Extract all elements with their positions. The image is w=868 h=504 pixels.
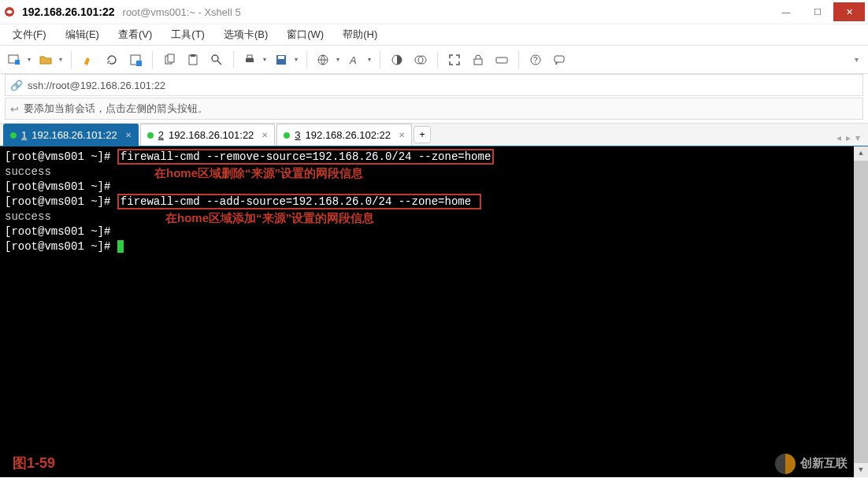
- svg-rect-21: [496, 57, 507, 63]
- tab-number: 1: [21, 129, 27, 141]
- tab-navigation: ◂ ▸ ▾: [836, 132, 865, 143]
- copy-button[interactable]: [159, 50, 180, 70]
- tab-list-icon[interactable]: ▾: [855, 132, 860, 143]
- hint-text: 要添加当前会话，点击左侧的箭头按钮。: [24, 102, 208, 116]
- print-button[interactable]: [240, 50, 269, 70]
- watermark-icon: [775, 454, 796, 474]
- new-session-button[interactable]: [5, 50, 33, 70]
- link-icon: 🔗: [10, 80, 23, 91]
- svg-point-9: [212, 55, 218, 61]
- transparency-button[interactable]: [410, 50, 431, 70]
- watermark-text: 创新互联: [800, 457, 848, 472]
- svg-rect-6: [168, 54, 174, 62]
- toolbar-overflow[interactable]: ▾: [850, 55, 863, 64]
- terminal-line: [root@vms001 ~]#: [5, 239, 849, 254]
- font-button[interactable]: A: [345, 50, 373, 70]
- lock-button[interactable]: [468, 50, 488, 70]
- tab-close-icon[interactable]: ✕: [125, 131, 132, 139]
- feedback-button[interactable]: [549, 50, 569, 70]
- menu-view[interactable]: 查看(V): [110, 26, 160, 43]
- svg-rect-12: [247, 55, 252, 58]
- status-dot-icon: [147, 132, 154, 139]
- window-title-sub: root@vms001:~ - Xshell 5: [123, 6, 241, 18]
- fullscreen-button[interactable]: [444, 50, 465, 70]
- window-controls: ― ☐ ✕: [770, 2, 865, 21]
- toolbar-separator: [380, 51, 380, 69]
- command-highlight: firewall-cmd --remove-source=192.168.26.…: [117, 149, 494, 165]
- svg-rect-4: [136, 61, 142, 66]
- tab-number: 2: [158, 129, 164, 141]
- addressbar[interactable]: 🔗 ssh://root@192.168.26.101:22: [5, 74, 863, 96]
- address-url: ssh://root@192.168.26.101:22: [28, 80, 165, 91]
- save-button[interactable]: [272, 50, 300, 70]
- scroll-up-icon[interactable]: ▲: [854, 146, 868, 161]
- properties-button[interactable]: [125, 50, 146, 70]
- cursor-icon: [117, 240, 124, 253]
- watermark: 创新互联: [775, 454, 848, 474]
- terminal-line: [root@vms001 ~]#: [5, 224, 849, 239]
- session-tab-2[interactable]: 2 192.168.26.101:22 ✕: [140, 124, 276, 146]
- tab-prev-icon[interactable]: ◂: [836, 132, 841, 143]
- toolbar-separator: [437, 51, 438, 69]
- tab-number: 3: [295, 129, 300, 141]
- terminal-scrollbar[interactable]: ▲ ▼: [854, 146, 868, 477]
- terminal-line: [root@vms001 ~]# firewall-cmd --add-sour…: [5, 195, 849, 209]
- add-tab-button[interactable]: +: [414, 126, 431, 143]
- terminal[interactable]: [root@vms001 ~]# firewall-cmd --remove-s…: [0, 146, 868, 477]
- terminal-line: [root@vms001 ~]#: [5, 180, 849, 195]
- arrow-left-icon[interactable]: ↩: [10, 103, 19, 115]
- menu-file[interactable]: 文件(F): [5, 26, 54, 43]
- paste-button[interactable]: [183, 50, 203, 70]
- toolbar-separator: [306, 51, 307, 69]
- toolbar-separator: [71, 51, 72, 69]
- hintbar: ↩ 要添加当前会话，点击左侧的箭头按钮。: [5, 98, 863, 120]
- annotation-add: 在home区域添加“来源”设置的网段信息: [165, 210, 374, 225]
- window-title-main: 192.168.26.101:22: [22, 6, 115, 18]
- tab-label: 192.168.26.101:22: [32, 129, 117, 141]
- toolbar-separator: [152, 51, 153, 69]
- menu-tabs[interactable]: 选项卡(B): [216, 26, 276, 43]
- menu-tools[interactable]: 工具(T): [163, 26, 213, 43]
- menu-window[interactable]: 窗口(W): [279, 26, 332, 43]
- maximize-button[interactable]: ☐: [802, 2, 833, 21]
- status-dot-icon: [10, 132, 17, 139]
- open-session-button[interactable]: [36, 50, 65, 70]
- minimize-button[interactable]: ―: [770, 2, 802, 21]
- color-scheme-button[interactable]: [387, 50, 407, 70]
- terminal-line: success: [5, 209, 849, 224]
- figure-label: 图1-59: [13, 456, 55, 471]
- toolbar: A ? ▾: [0, 46, 868, 74]
- svg-rect-20: [474, 59, 482, 65]
- annotation-remove: 在home区域删除“来源”设置的网段信息: [154, 165, 363, 180]
- tab-close-icon[interactable]: ✕: [399, 131, 405, 139]
- session-tab-1[interactable]: 1 192.168.26.101:22 ✕: [3, 124, 139, 146]
- scroll-thumb[interactable]: [854, 161, 868, 463]
- encoding-button[interactable]: [313, 50, 342, 70]
- tab-next-icon[interactable]: ▸: [846, 132, 851, 143]
- svg-text:A: A: [349, 54, 357, 66]
- terminal-body[interactable]: [root@vms001 ~]# firewall-cmd --remove-s…: [0, 146, 854, 477]
- menubar: 文件(F) 编辑(E) 查看(V) 工具(T) 选项卡(B) 窗口(W) 帮助(…: [0, 24, 868, 46]
- svg-text:?: ?: [533, 56, 538, 65]
- help-button[interactable]: ?: [525, 50, 546, 70]
- menu-edit[interactable]: 编辑(E): [57, 26, 107, 43]
- svg-rect-2: [15, 60, 20, 65]
- status-dot-icon: [284, 132, 290, 139]
- terminal-line: [root@vms001 ~]# firewall-cmd --remove-s…: [5, 150, 849, 165]
- close-button[interactable]: ✕: [833, 2, 865, 21]
- titlebar: 192.168.26.101:22 root@vms001:~ - Xshell…: [0, 0, 868, 24]
- keyboard-button[interactable]: [491, 50, 512, 70]
- scroll-down-icon[interactable]: ▼: [854, 463, 868, 477]
- toolbar-separator: [233, 51, 234, 69]
- tab-close-icon[interactable]: ✕: [262, 131, 268, 139]
- tabbar: 1 192.168.26.101:22 ✕ 2 192.168.26.101:2…: [0, 123, 868, 146]
- tab-label: 192.168.26.102:22: [306, 129, 391, 141]
- highlight-button[interactable]: [78, 50, 98, 70]
- svg-rect-11: [246, 58, 254, 62]
- toolbar-separator: [518, 51, 519, 69]
- search-button[interactable]: [206, 50, 227, 70]
- menu-help[interactable]: 帮助(H): [335, 26, 385, 43]
- reconnect-button[interactable]: [102, 50, 122, 70]
- command-highlight: firewall-cmd --add-source=192.168.26.0/2…: [117, 194, 481, 209]
- session-tab-3[interactable]: 3 192.168.26.102:22 ✕: [276, 124, 412, 146]
